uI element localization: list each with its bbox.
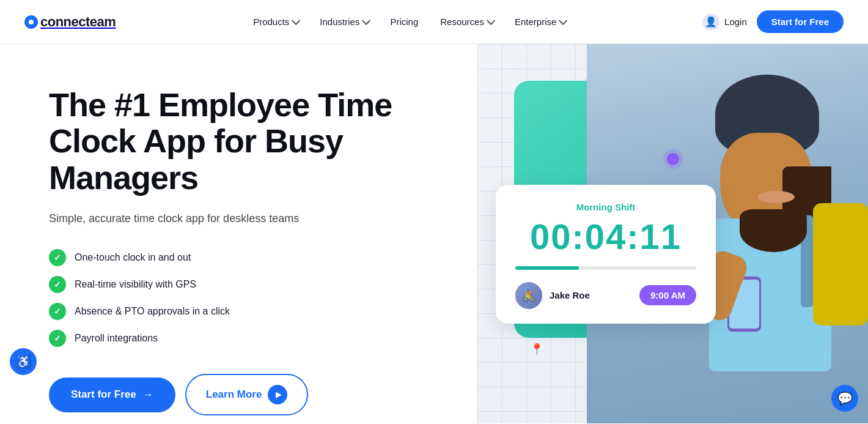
timer-progress-bar bbox=[515, 266, 696, 270]
feature-label-4: Payroll integrations bbox=[75, 333, 158, 344]
nav-start-label: Start for Free bbox=[771, 17, 829, 27]
location-dot bbox=[667, 153, 679, 165]
logo-text: connecteam bbox=[40, 14, 116, 30]
hero-section: The #1 Employee Time Clock App for Busy … bbox=[0, 44, 868, 424]
navbar: connecteam Products Industries Pricing R… bbox=[0, 0, 868, 44]
hero-subtitle: Simple, accurate time clock app for desk… bbox=[49, 210, 342, 227]
timer-progress-fill bbox=[515, 266, 579, 270]
hero-start-label: Start for Free bbox=[71, 389, 136, 401]
feature-item-4: Payroll integrations bbox=[49, 330, 441, 347]
nav-links: Products Industries Pricing Resources En… bbox=[245, 12, 573, 32]
play-icon: ▶ bbox=[276, 390, 281, 399]
hero-right: Morning Shift 00:04:11 🚴 Jake Roe 9:00 A… bbox=[477, 44, 868, 423]
login-label: Login bbox=[724, 17, 747, 27]
nav-enterprise-chevron bbox=[559, 16, 567, 24]
login-button[interactable]: 👤 Login bbox=[702, 13, 747, 31]
hero-title: The #1 Employee Time Clock App for Busy … bbox=[49, 87, 441, 196]
hero-start-button[interactable]: Start for Free → bbox=[49, 378, 175, 412]
check-icon-2 bbox=[49, 276, 66, 293]
nav-enterprise[interactable]: Enterprise bbox=[506, 12, 573, 32]
feature-label-2: Real-time visibility with GPS bbox=[75, 279, 196, 290]
arrow-right-icon: → bbox=[142, 389, 153, 401]
user-name: Jake Roe bbox=[550, 290, 632, 300]
nav-enterprise-label: Enterprise bbox=[515, 17, 556, 27]
user-avatar: 🚴 bbox=[515, 282, 542, 309]
beard-shape bbox=[740, 209, 807, 252]
feature-item-3: Absence & PTO approvals in a click bbox=[49, 303, 441, 320]
nav-industries[interactable]: Industries bbox=[311, 12, 377, 32]
hero-learn-label: Learn More bbox=[206, 389, 262, 401]
nav-industries-chevron bbox=[362, 16, 370, 24]
feature-list: One-touch clock in and out Real-time vis… bbox=[49, 249, 441, 347]
shift-label: Morning Shift bbox=[515, 202, 696, 212]
clock-time-badge: 9:00 AM bbox=[639, 285, 696, 305]
feature-item-1: One-touch clock in and out bbox=[49, 249, 441, 266]
feature-label-1: One-touch clock in and out bbox=[75, 252, 191, 263]
nav-pricing-label: Pricing bbox=[390, 17, 418, 27]
nav-start-button[interactable]: Start for Free bbox=[757, 10, 844, 33]
hero-learn-button[interactable]: Learn More ▶ bbox=[185, 374, 309, 415]
nav-pricing[interactable]: Pricing bbox=[381, 12, 427, 32]
hero-cta: Start for Free → Learn More ▶ bbox=[49, 374, 441, 415]
nav-products-label: Products bbox=[253, 17, 289, 27]
smile-area bbox=[758, 191, 795, 203]
nav-products[interactable]: Products bbox=[245, 12, 306, 32]
avatar-inner: 🚴 bbox=[515, 282, 542, 309]
accessibility-icon: ♿ bbox=[16, 354, 31, 369]
nav-products-chevron bbox=[292, 16, 300, 24]
chat-icon: 💬 bbox=[837, 391, 853, 406]
timer-user-row: 🚴 Jake Roe 9:00 AM bbox=[515, 282, 696, 309]
nav-resources-chevron bbox=[487, 16, 495, 24]
chat-button[interactable]: 💬 bbox=[831, 385, 858, 412]
logo[interactable]: connecteam bbox=[24, 14, 116, 30]
nav-actions: 👤 Login Start for Free bbox=[702, 10, 844, 33]
check-icon-3 bbox=[49, 303, 66, 320]
location-pin-icon: 📍 bbox=[530, 343, 543, 356]
nav-resources-label: Resources bbox=[440, 17, 484, 27]
check-icon-1 bbox=[49, 249, 66, 266]
timer-value: 00:04:11 bbox=[515, 217, 696, 256]
feature-label-3: Absence & PTO approvals in a click bbox=[75, 306, 230, 317]
check-icon-4 bbox=[49, 330, 66, 347]
timer-card: Morning Shift 00:04:11 🚴 Jake Roe 9:00 A… bbox=[496, 185, 716, 324]
backpack-shape bbox=[813, 203, 868, 325]
feature-item-2: Real-time visibility with GPS bbox=[49, 276, 441, 293]
account-icon: 👤 bbox=[702, 13, 719, 31]
play-circle: ▶ bbox=[268, 385, 287, 404]
logo-icon bbox=[24, 15, 38, 29]
hero-left: The #1 Employee Time Clock App for Busy … bbox=[0, 44, 477, 424]
nav-industries-label: Industries bbox=[320, 17, 359, 27]
nav-resources[interactable]: Resources bbox=[432, 12, 501, 32]
accessibility-button[interactable]: ♿ bbox=[10, 348, 37, 375]
